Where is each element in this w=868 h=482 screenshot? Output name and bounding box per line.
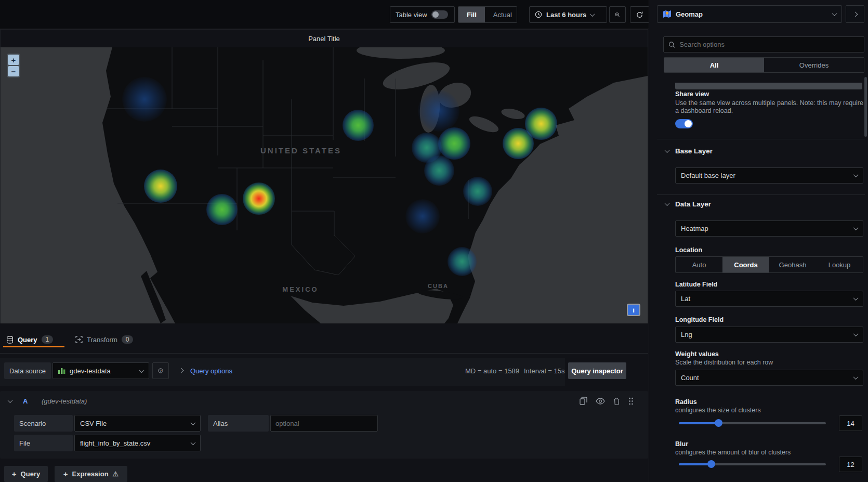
search-icon xyxy=(668,41,675,48)
datasource-label: Data source xyxy=(4,362,51,379)
datasource-picker[interactable]: gdev-testdata xyxy=(52,362,149,379)
data-layer-collapse-icon[interactable] xyxy=(665,201,670,206)
alias-input[interactable] xyxy=(275,420,373,427)
fill-actual-segment: Fill Actual xyxy=(458,6,517,23)
panel-title: Panel Title xyxy=(1,30,648,47)
tab-query[interactable]: Query 1 xyxy=(6,335,53,344)
map-zoom-controls: + − xyxy=(7,54,20,77)
longitude-field-value: Lng xyxy=(681,331,692,338)
blur-label: Blur xyxy=(675,440,688,448)
longitude-field-select[interactable]: Lng xyxy=(675,327,863,343)
tab-overrides[interactable]: Overrides xyxy=(764,58,864,72)
testdata-datasource-icon xyxy=(58,368,65,374)
latitude-field-label: Latitude Field xyxy=(675,281,717,288)
chevron-down-icon xyxy=(832,11,837,16)
radius-label: Radius xyxy=(675,398,697,406)
tab-transform-label: Transform xyxy=(87,336,117,344)
tab-transform[interactable]: Transform 0 xyxy=(75,335,133,344)
add-query-label: Query xyxy=(21,470,41,478)
chevron-down-icon xyxy=(853,374,859,380)
share-view-toggle[interactable] xyxy=(675,119,693,128)
actual-button[interactable]: Actual xyxy=(485,7,517,22)
base-layer-select[interactable]: Default base layer xyxy=(675,167,863,184)
geomap-viz-icon xyxy=(663,10,672,18)
query-datasource-hint: (gdev-testdata) xyxy=(42,397,87,405)
longitude-field-label: Longitude Field xyxy=(675,316,724,323)
time-range-picker[interactable]: Last 6 hours xyxy=(529,6,607,23)
radius-slider-handle[interactable] xyxy=(715,419,722,427)
table-view-toggle[interactable] xyxy=(431,10,448,19)
clipped-option-button[interactable] xyxy=(675,83,862,89)
active-tab-indicator xyxy=(3,346,64,347)
chevron-right-icon xyxy=(852,11,858,17)
data-layer-section-title[interactable]: Data Layer xyxy=(675,200,711,208)
blur-description: configures the amount of blur of cluster… xyxy=(675,449,865,457)
grafana-panel-editor: Table view Fill Actual Last 6 hours Pane… xyxy=(0,0,868,482)
scenario-select[interactable]: CSV File xyxy=(74,415,201,432)
base-layer-collapse-icon[interactable] xyxy=(665,148,670,153)
location-option-lookup[interactable]: Lookup xyxy=(816,257,863,272)
map-canvas[interactable]: UNITED STATES MEXICO CUBA + − i xyxy=(1,47,648,323)
tab-all[interactable]: All xyxy=(664,58,764,72)
chevron-down-icon xyxy=(590,11,595,17)
chevron-down-icon xyxy=(139,368,144,373)
map-label-cuba: CUBA xyxy=(428,283,449,289)
data-layer-select[interactable]: Heatmap xyxy=(675,220,863,237)
max-data-points-stat: MD = auto = 1589 xyxy=(465,367,519,375)
tabbar-divider xyxy=(0,353,648,354)
file-select[interactable]: flight_info_by_state.csv xyxy=(74,435,201,451)
base-layer-section-title[interactable]: Base Layer xyxy=(675,147,713,155)
collapse-options-button[interactable] xyxy=(846,5,864,23)
share-view-description: Use the same view across multiple panels… xyxy=(675,99,865,115)
location-label: Location xyxy=(675,246,702,254)
query-inspector-button[interactable]: Query inspector xyxy=(568,362,626,379)
location-option-coords[interactable]: Coords xyxy=(722,257,769,272)
delete-query-trash-icon[interactable] xyxy=(613,397,620,405)
duplicate-query-icon[interactable] xyxy=(580,397,587,405)
refresh-button[interactable] xyxy=(630,6,649,23)
fill-button[interactable]: Fill xyxy=(458,7,485,22)
query-row-actions xyxy=(580,397,634,405)
map-zoom-out-button[interactable]: − xyxy=(8,66,19,76)
drag-handle-icon[interactable] xyxy=(628,397,634,405)
add-expression-button[interactable]: + Expression ⚠ xyxy=(55,466,127,482)
data-layer-value: Heatmap xyxy=(681,225,708,232)
section-divider xyxy=(657,194,865,195)
database-icon xyxy=(6,336,14,344)
tab-query-label: Query xyxy=(18,336,37,344)
weight-values-select[interactable]: Count xyxy=(675,370,863,386)
section-divider xyxy=(657,139,865,139)
blur-value-input[interactable]: 12 xyxy=(839,457,862,472)
visualization-picker[interactable]: Geomap xyxy=(657,5,842,23)
refresh-icon xyxy=(636,11,643,19)
alias-input-box xyxy=(270,415,378,432)
blur-slider-handle[interactable] xyxy=(707,460,715,468)
zoom-out-time-button[interactable] xyxy=(609,6,626,23)
map-zoom-in-button[interactable]: + xyxy=(8,55,19,65)
base-layer-value: Default base layer xyxy=(681,172,735,179)
magnifier-minus-icon xyxy=(615,11,620,19)
interval-stat: Interval = 15s xyxy=(524,367,564,375)
latitude-field-value: Lat xyxy=(681,295,690,303)
radius-value-input[interactable]: 14 xyxy=(839,415,862,431)
visualization-name: Geomap xyxy=(676,10,828,18)
query-ref-id[interactable]: A xyxy=(23,397,28,405)
radius-slider[interactable] xyxy=(679,419,826,426)
map-attribution-info-button[interactable]: i xyxy=(627,304,640,316)
datasource-help-button[interactable]: ? xyxy=(152,362,169,379)
blur-slider-fill xyxy=(679,463,711,465)
add-query-button[interactable]: + Query xyxy=(4,466,48,482)
question-circle-icon: ? xyxy=(158,367,163,375)
alias-label: Alias xyxy=(208,415,269,432)
weight-values-label: Weight values xyxy=(675,350,719,358)
location-option-geohash[interactable]: Geohash xyxy=(769,257,816,272)
query-options-button[interactable]: Query options xyxy=(190,367,232,375)
hide-query-eye-icon[interactable] xyxy=(596,398,605,405)
latitude-field-select[interactable]: Lat xyxy=(675,291,863,307)
scenario-value: CSV File xyxy=(80,420,187,427)
time-range-label: Last 6 hours xyxy=(546,11,586,19)
search-options-input[interactable] xyxy=(679,41,859,48)
blur-slider[interactable] xyxy=(679,460,826,467)
location-option-auto[interactable]: Auto xyxy=(676,257,722,272)
chevron-down-icon xyxy=(853,295,859,301)
